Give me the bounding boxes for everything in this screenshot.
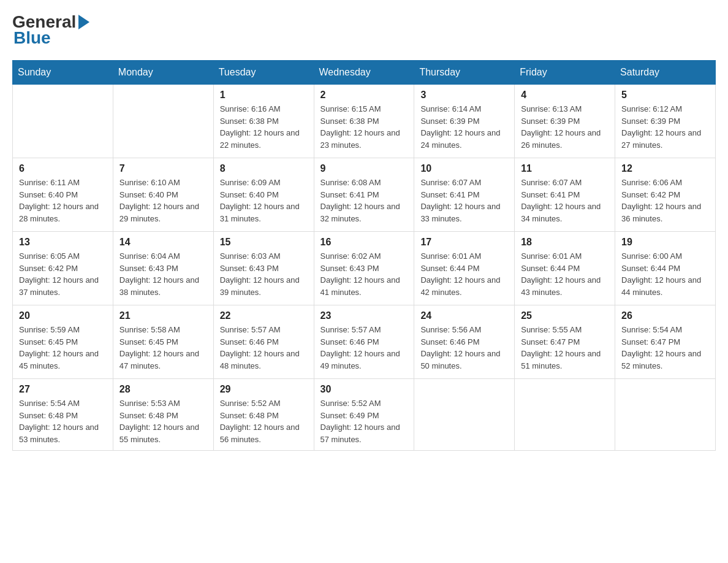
calendar-cell (615, 379, 716, 451)
day-number: 1 (220, 90, 308, 101)
day-info: Sunrise: 6:06 AMSunset: 6:42 PMDaylight:… (621, 177, 709, 224)
day-info: Sunrise: 6:12 AMSunset: 6:39 PMDaylight:… (621, 103, 709, 151)
day-info: Sunrise: 6:16 AMSunset: 6:38 PMDaylight:… (220, 103, 308, 151)
day-number: 10 (420, 163, 508, 174)
calendar-cell (414, 379, 515, 451)
weekday-header-friday: Friday (515, 61, 615, 85)
day-info: Sunrise: 6:01 AMSunset: 6:44 PMDaylight:… (521, 250, 609, 298)
day-number: 26 (621, 310, 709, 321)
day-info: Sunrise: 6:15 AMSunset: 6:38 PMDaylight:… (320, 103, 408, 151)
calendar-cell: 19Sunrise: 6:00 AMSunset: 6:44 PMDayligh… (615, 232, 716, 305)
day-info: Sunrise: 5:55 AMSunset: 6:47 PMDaylight:… (521, 324, 609, 372)
day-number: 2 (320, 90, 408, 101)
day-number: 20 (19, 310, 107, 321)
calendar-cell: 23Sunrise: 5:57 AMSunset: 6:46 PMDayligh… (314, 305, 414, 379)
calendar-cell (113, 85, 213, 158)
calendar-cell: 29Sunrise: 5:52 AMSunset: 6:48 PMDayligh… (213, 379, 314, 451)
day-info: Sunrise: 6:04 AMSunset: 6:43 PMDaylight:… (119, 250, 207, 298)
calendar-cell: 22Sunrise: 5:57 AMSunset: 6:46 PMDayligh… (213, 305, 314, 379)
logo-arrow-icon (78, 15, 89, 29)
weekday-header-monday: Monday (113, 61, 213, 85)
day-info: Sunrise: 6:00 AMSunset: 6:44 PMDaylight:… (621, 250, 709, 298)
day-number: 23 (320, 310, 408, 321)
calendar-cell: 6Sunrise: 6:11 AMSunset: 6:40 PMDaylight… (13, 158, 113, 232)
calendar-cell: 24Sunrise: 5:56 AMSunset: 6:46 PMDayligh… (414, 305, 515, 379)
calendar-cell: 7Sunrise: 6:10 AMSunset: 6:40 PMDaylight… (113, 158, 213, 232)
calendar-cell: 10Sunrise: 6:07 AMSunset: 6:41 PMDayligh… (414, 158, 515, 232)
calendar-cell: 26Sunrise: 5:54 AMSunset: 6:47 PMDayligh… (615, 305, 716, 379)
header: General Blue (12, 12, 716, 48)
calendar-week-row: 13Sunrise: 6:05 AMSunset: 6:42 PMDayligh… (13, 232, 716, 305)
day-info: Sunrise: 5:52 AMSunset: 6:49 PMDaylight:… (320, 397, 408, 445)
calendar-table: SundayMondayTuesdayWednesdayThursdayFrid… (12, 60, 716, 451)
day-number: 6 (19, 163, 107, 174)
calendar-cell: 15Sunrise: 6:03 AMSunset: 6:43 PMDayligh… (213, 232, 314, 305)
day-info: Sunrise: 5:59 AMSunset: 6:45 PMDaylight:… (19, 324, 107, 372)
day-info: Sunrise: 6:07 AMSunset: 6:41 PMDaylight:… (420, 177, 508, 224)
day-number: 3 (420, 90, 508, 101)
day-number: 8 (220, 163, 308, 174)
calendar-cell: 20Sunrise: 5:59 AMSunset: 6:45 PMDayligh… (13, 305, 113, 379)
logo-blue-text: Blue (13, 28, 51, 48)
calendar-cell: 2Sunrise: 6:15 AMSunset: 6:38 PMDaylight… (314, 85, 414, 158)
day-number: 24 (420, 310, 508, 321)
day-info: Sunrise: 6:07 AMSunset: 6:41 PMDaylight:… (521, 177, 609, 224)
calendar-week-row: 6Sunrise: 6:11 AMSunset: 6:40 PMDaylight… (13, 158, 716, 232)
day-number: 28 (119, 384, 207, 395)
weekday-header-sunday: Sunday (13, 61, 113, 85)
calendar-cell: 1Sunrise: 6:16 AMSunset: 6:38 PMDaylight… (213, 85, 314, 158)
day-info: Sunrise: 6:03 AMSunset: 6:43 PMDaylight:… (220, 250, 308, 298)
calendar-week-row: 27Sunrise: 5:54 AMSunset: 6:48 PMDayligh… (13, 379, 716, 451)
calendar-cell: 14Sunrise: 6:04 AMSunset: 6:43 PMDayligh… (113, 232, 213, 305)
day-number: 11 (521, 163, 609, 174)
day-number: 22 (220, 310, 308, 321)
day-info: Sunrise: 6:02 AMSunset: 6:43 PMDaylight:… (320, 250, 408, 298)
weekday-header-wednesday: Wednesday (314, 61, 414, 85)
calendar-cell: 28Sunrise: 5:53 AMSunset: 6:48 PMDayligh… (113, 379, 213, 451)
calendar-cell: 27Sunrise: 5:54 AMSunset: 6:48 PMDayligh… (13, 379, 113, 451)
day-number: 7 (119, 163, 207, 174)
calendar-cell: 21Sunrise: 5:58 AMSunset: 6:45 PMDayligh… (113, 305, 213, 379)
calendar-cell: 3Sunrise: 6:14 AMSunset: 6:39 PMDaylight… (414, 85, 515, 158)
day-info: Sunrise: 5:54 AMSunset: 6:47 PMDaylight:… (621, 324, 709, 372)
calendar-cell: 17Sunrise: 6:01 AMSunset: 6:44 PMDayligh… (414, 232, 515, 305)
day-number: 19 (621, 237, 709, 248)
day-info: Sunrise: 6:11 AMSunset: 6:40 PMDaylight:… (19, 177, 107, 224)
day-info: Sunrise: 6:09 AMSunset: 6:40 PMDaylight:… (220, 177, 308, 224)
weekday-header-saturday: Saturday (615, 61, 716, 85)
day-number: 5 (621, 90, 709, 101)
calendar-cell: 11Sunrise: 6:07 AMSunset: 6:41 PMDayligh… (515, 158, 615, 232)
day-number: 29 (220, 384, 308, 395)
day-info: Sunrise: 5:53 AMSunset: 6:48 PMDaylight:… (119, 397, 207, 445)
day-number: 17 (420, 237, 508, 248)
calendar-cell: 13Sunrise: 6:05 AMSunset: 6:42 PMDayligh… (13, 232, 113, 305)
calendar-cell: 12Sunrise: 6:06 AMSunset: 6:42 PMDayligh… (615, 158, 716, 232)
day-info: Sunrise: 5:58 AMSunset: 6:45 PMDaylight:… (119, 324, 207, 372)
day-info: Sunrise: 5:54 AMSunset: 6:48 PMDaylight:… (19, 397, 107, 445)
day-number: 30 (320, 384, 408, 395)
weekday-header-thursday: Thursday (414, 61, 515, 85)
calendar-cell (13, 85, 113, 158)
day-info: Sunrise: 6:10 AMSunset: 6:40 PMDaylight:… (119, 177, 207, 224)
day-info: Sunrise: 6:14 AMSunset: 6:39 PMDaylight:… (420, 103, 508, 151)
calendar-cell: 16Sunrise: 6:02 AMSunset: 6:43 PMDayligh… (314, 232, 414, 305)
day-number: 18 (521, 237, 609, 248)
day-info: Sunrise: 5:56 AMSunset: 6:46 PMDaylight:… (420, 324, 508, 372)
logo: General Blue (12, 12, 89, 48)
day-number: 12 (621, 163, 709, 174)
calendar-cell: 18Sunrise: 6:01 AMSunset: 6:44 PMDayligh… (515, 232, 615, 305)
calendar-cell: 5Sunrise: 6:12 AMSunset: 6:39 PMDaylight… (615, 85, 716, 158)
calendar-cell: 4Sunrise: 6:13 AMSunset: 6:39 PMDaylight… (515, 85, 615, 158)
day-number: 9 (320, 163, 408, 174)
day-info: Sunrise: 6:13 AMSunset: 6:39 PMDaylight:… (521, 103, 609, 151)
day-number: 14 (119, 237, 207, 248)
day-info: Sunrise: 5:52 AMSunset: 6:48 PMDaylight:… (220, 397, 308, 445)
calendar-week-row: 1Sunrise: 6:16 AMSunset: 6:38 PMDaylight… (13, 85, 716, 158)
day-info: Sunrise: 6:08 AMSunset: 6:41 PMDaylight:… (320, 177, 408, 224)
day-info: Sunrise: 5:57 AMSunset: 6:46 PMDaylight:… (220, 324, 308, 372)
calendar-cell: 25Sunrise: 5:55 AMSunset: 6:47 PMDayligh… (515, 305, 615, 379)
day-number: 15 (220, 237, 308, 248)
day-info: Sunrise: 6:01 AMSunset: 6:44 PMDaylight:… (420, 250, 508, 298)
calendar-cell: 9Sunrise: 6:08 AMSunset: 6:41 PMDaylight… (314, 158, 414, 232)
weekday-header-row: SundayMondayTuesdayWednesdayThursdayFrid… (13, 61, 716, 85)
